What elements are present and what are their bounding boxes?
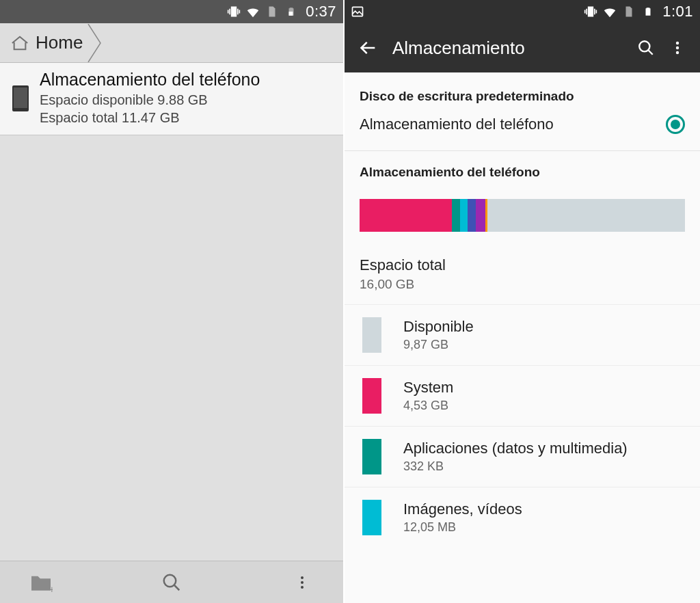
breadcrumb[interactable]: Home <box>0 23 343 63</box>
storage-category-row[interactable]: Disponible9,87 GB <box>345 304 700 365</box>
category-text: Aplicaciones (datos y multimedia)332 KB <box>403 440 628 473</box>
category-text: Disponible9,87 GB <box>403 318 474 351</box>
storage-category-row[interactable]: Aplicaciones (datos y multimedia)332 KB <box>345 426 700 487</box>
storage-usage-bar <box>360 199 685 232</box>
wifi-icon <box>245 4 260 19</box>
vibrate-icon <box>583 4 598 19</box>
usage-segment <box>468 199 476 232</box>
default-disk-option[interactable]: Almacenamiento del teléfono <box>345 112 700 142</box>
total-space-row: Espacio total 16,00 GB <box>345 237 700 304</box>
svg-point-3 <box>164 574 176 587</box>
storage-title: Almacenamiento del teléfono <box>40 70 260 90</box>
radio-selected-icon <box>666 115 685 134</box>
storage-category-row[interactable]: System4,53 GB <box>345 365 700 426</box>
color-swatch <box>362 500 381 535</box>
category-value: 4,53 GB <box>403 399 453 413</box>
search-button[interactable] <box>158 569 185 596</box>
default-disk-label: Almacenamiento del teléfono <box>360 116 666 133</box>
svg-point-6 <box>301 586 304 589</box>
phone-storage-text: Almacenamiento del teléfono Espacio disp… <box>40 70 260 126</box>
status-bar: 1:01 <box>345 0 700 23</box>
storage-total: Espacio total 11.47 GB <box>40 109 260 126</box>
back-button[interactable] <box>351 31 386 65</box>
page-title: Almacenamiento <box>392 38 630 59</box>
usage-segment <box>360 199 452 232</box>
color-swatch <box>362 439 381 474</box>
overflow-menu-button[interactable] <box>662 32 693 64</box>
category-value: 9,87 GB <box>403 338 474 352</box>
image-notification-icon <box>350 4 365 19</box>
svg-point-11 <box>676 51 679 54</box>
svg-point-9 <box>676 42 679 44</box>
total-space-value: 16,00 GB <box>360 277 685 292</box>
svg-point-5 <box>301 581 304 584</box>
usage-segment <box>476 199 485 232</box>
usage-segment <box>485 199 487 232</box>
home-icon <box>10 34 30 52</box>
svg-rect-1 <box>14 88 27 108</box>
app-bar: Almacenamiento <box>345 23 700 72</box>
wifi-icon <box>602 4 617 19</box>
category-value: 332 KB <box>403 459 628 474</box>
breadcrumb-home-label: Home <box>36 32 83 53</box>
storage-section-heading: Almacenamiento del teléfono <box>345 151 700 188</box>
usage-segment <box>460 199 468 232</box>
usage-segment <box>452 199 460 232</box>
storage-settings-screen: 1:01 Almacenamiento Disco de escritura p… <box>345 0 700 603</box>
status-time: 1:01 <box>662 3 693 21</box>
phone-icon <box>7 81 34 116</box>
category-label: System <box>403 379 453 397</box>
status-bar: 0:37 <box>0 0 343 23</box>
color-swatch <box>362 378 381 414</box>
color-swatch <box>362 317 381 353</box>
svg-point-10 <box>676 46 679 49</box>
new-folder-button[interactable]: + <box>27 569 55 596</box>
storage-category-row[interactable]: Imágenes, vídeos12,05 MB <box>345 487 700 548</box>
default-disk-heading: Disco de escritura predeterminado <box>345 83 700 112</box>
category-list: Disponible9,87 GBSystem4,53 GBAplicacion… <box>345 304 700 548</box>
category-label: Imágenes, vídeos <box>403 500 522 518</box>
file-manager-screen: 0:37 Home Almacenamiento del teléfono Es… <box>0 0 345 603</box>
category-value: 12,05 MB <box>403 520 522 535</box>
vibrate-icon <box>226 4 241 19</box>
battery-icon <box>641 4 656 19</box>
sim-icon <box>265 4 280 19</box>
empty-area <box>0 135 343 561</box>
category-text: System4,53 GB <box>403 379 453 412</box>
overflow-menu-button[interactable] <box>288 569 316 596</box>
bottom-toolbar: + <box>0 561 343 603</box>
search-button[interactable] <box>630 32 662 64</box>
category-label: Disponible <box>403 318 474 336</box>
chevron-right-icon <box>87 24 106 62</box>
sim-icon <box>621 4 636 19</box>
svg-point-8 <box>639 41 649 51</box>
category-label: Aplicaciones (datos y multimedia) <box>403 440 628 457</box>
svg-point-4 <box>301 576 304 579</box>
status-time: 0:37 <box>306 3 336 21</box>
storage-content: Disco de escritura predeterminado Almace… <box>345 72 700 603</box>
total-space-label: Espacio total <box>360 256 685 274</box>
svg-text:+: + <box>49 584 53 592</box>
storage-available: Espacio disponible 9.88 GB <box>40 91 260 109</box>
category-text: Imágenes, vídeos12,05 MB <box>403 500 522 534</box>
battery-icon <box>284 4 299 19</box>
phone-storage-item[interactable]: Almacenamiento del teléfono Espacio disp… <box>0 63 343 135</box>
